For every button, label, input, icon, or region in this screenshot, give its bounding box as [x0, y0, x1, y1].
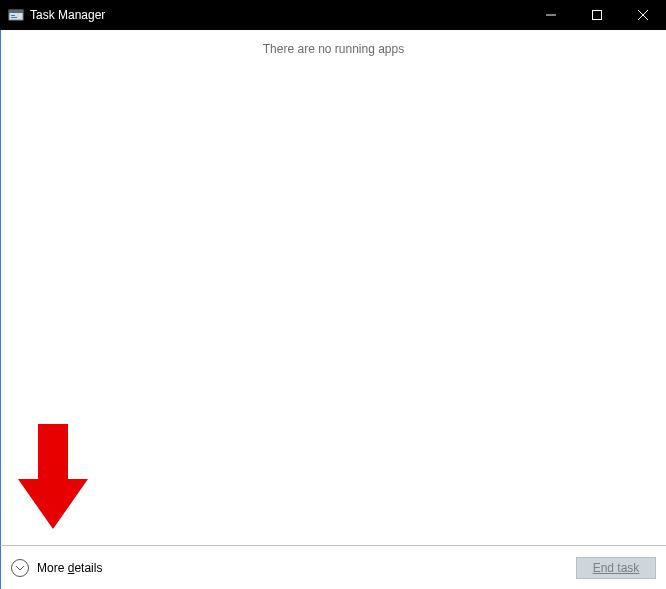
window-title: Task Manager [30, 8, 105, 22]
window-controls [528, 0, 666, 30]
close-button[interactable] [620, 0, 666, 30]
svg-rect-1 [9, 10, 23, 13]
svg-rect-3 [11, 17, 17, 18]
end-task-button[interactable]: End task [576, 557, 656, 579]
svg-rect-5 [593, 11, 602, 20]
more-details-label: More details [37, 561, 102, 575]
maximize-button[interactable] [574, 0, 620, 30]
content-area: There are no running apps [0, 30, 666, 545]
more-details-button[interactable]: More details [11, 559, 102, 577]
minimize-button[interactable] [528, 0, 574, 30]
app-icon [8, 7, 24, 23]
svg-rect-2 [11, 15, 15, 16]
empty-state-message: There are no running apps [1, 30, 666, 56]
chevron-down-icon [11, 559, 29, 577]
titlebar[interactable]: Task Manager [0, 0, 666, 30]
footer: More details End task [0, 545, 666, 589]
